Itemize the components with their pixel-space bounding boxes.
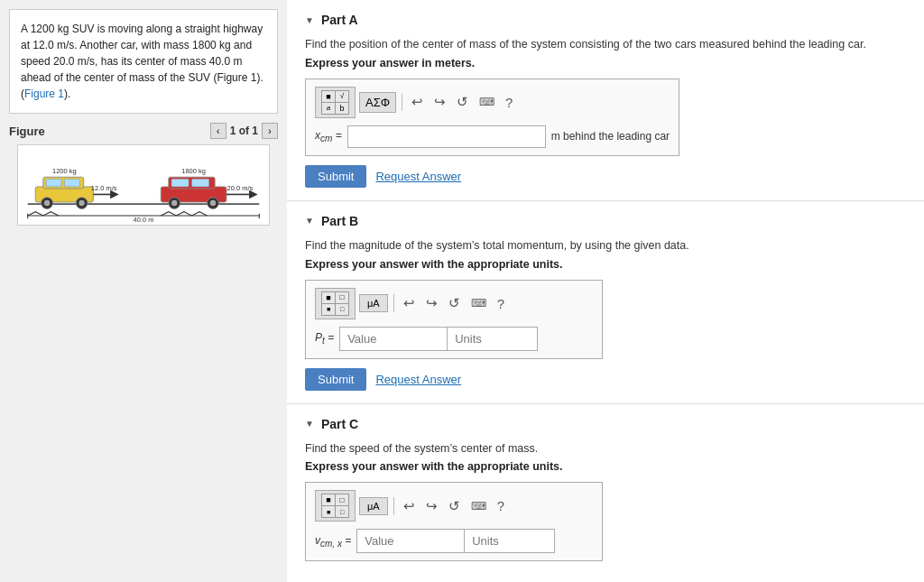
car2-group: 1800 kg 20.0 m/s (161, 167, 254, 209)
figure-image-area: 1200 kg 12.0 m/s (17, 144, 270, 226)
figure-header: Figure ‹ 1 of 1 › (9, 123, 278, 139)
part-b-actions: Submit Request Answer (305, 368, 906, 391)
figure-prev-button[interactable]: ‹ (210, 123, 226, 139)
part-a-instruction: Find the position of the center of mass … (305, 36, 906, 53)
svg-rect-3 (46, 180, 61, 188)
left-panel: A 1200 kg SUV is moving along a straight… (0, 0, 287, 582)
part-c-label: Part C (321, 417, 358, 431)
part-b-answer-row: Pt = (315, 327, 593, 351)
part-b-collapse-arrow[interactable]: ▼ (305, 216, 314, 226)
part-b-submit-button[interactable]: Submit (305, 368, 366, 391)
toolbar-separator-b1 (393, 294, 394, 312)
part-a-keyboard-button[interactable]: ⌨ (476, 94, 498, 110)
part-c-collapse-arrow[interactable]: ▼ (305, 419, 314, 429)
figure-next-button[interactable]: › (262, 123, 278, 139)
part-b-math-button[interactable]: ■ □ ■ □ (315, 288, 356, 319)
part-c-undo-button[interactable]: ↩ (400, 496, 419, 516)
part-a-help-button[interactable]: ? (502, 93, 516, 112)
figure-label: Figure (9, 125, 45, 138)
part-a-collapse-arrow[interactable]: ▼ (305, 15, 314, 25)
part-a-actions: Submit Request Answer (305, 165, 906, 188)
part-b-request-button[interactable]: Request Answer (375, 373, 461, 386)
svg-text:40.0 m: 40.0 m (134, 217, 154, 224)
part-a-express: Express your answer in meters. (305, 57, 906, 69)
part-b-instruction: Find the magnitude of the system’s total… (305, 237, 906, 254)
svg-text:1200 kg: 1200 kg (52, 167, 77, 175)
svg-text:1800 kg: 1800 kg (181, 167, 206, 175)
part-c-help-button[interactable]: ? (494, 496, 508, 515)
part-b-answer-label: Pt = (315, 331, 334, 346)
toolbar-separator-1 (402, 93, 402, 111)
part-c-header: ▼ Part C (305, 417, 906, 431)
part-a-refresh-button[interactable]: ↺ (453, 92, 472, 112)
part-b-toolbar: ■ □ ■ □ μA ↩ ↪ ↺ ⌨ ? (315, 288, 593, 319)
problem-text: A 1200 kg SUV is moving along a straight… (21, 23, 263, 84)
part-b-undo-button[interactable]: ↩ (400, 293, 419, 313)
part-a-request-button[interactable]: Request Answer (375, 170, 461, 183)
part-a-undo-button[interactable]: ↩ (408, 92, 427, 112)
part-a-toolbar: ■ √ a b ΑΣΦ ↩ ↪ ↺ ⌨ ? (315, 87, 670, 118)
part-b-express: Express your answer with the appropriate… (305, 258, 906, 271)
part-b-keyboard-button[interactable]: ⌨ (467, 295, 490, 311)
part-a-header: ▼ Part A (305, 13, 906, 27)
part-b-value-input[interactable] (339, 327, 448, 351)
part-b-symbol-button[interactable]: μA (359, 294, 388, 312)
part-b-label: Part B (321, 214, 358, 228)
svg-rect-15 (191, 180, 208, 188)
part-c-redo-button[interactable]: ↪ (422, 496, 441, 516)
part-a-answer-row: xcm = m behind the leading car (315, 125, 670, 148)
problem-text-box: A 1200 kg SUV is moving along a straight… (9, 9, 278, 114)
part-c-answer-row: vcm, x = (315, 529, 593, 553)
part-a-label: Part A (321, 13, 358, 27)
svg-point-6 (44, 200, 50, 206)
figure-nav: ‹ 1 of 1 › (210, 123, 278, 139)
part-b-section: ▼ Part B Find the magnitude of the syste… (287, 201, 924, 404)
part-a-math-button[interactable]: ■ √ a b (315, 87, 356, 118)
svg-point-8 (79, 200, 84, 206)
right-panel: ▼ Part A Find the position of the center… (287, 0, 924, 582)
svg-text:12.0 m/s: 12.0 m/s (91, 184, 117, 192)
part-c-keyboard-button[interactable]: ⌨ (467, 498, 490, 514)
svg-text:20.0 m/s: 20.0 m/s (227, 184, 254, 192)
part-c-refresh-button[interactable]: ↺ (445, 496, 464, 516)
part-c-symbol-button[interactable]: μA (359, 497, 388, 515)
part-b-input-container: ■ □ ■ □ μA ↩ ↪ ↺ ⌨ ? Pt = (305, 280, 603, 359)
part-a-section: ▼ Part A Find the position of the center… (287, 0, 924, 201)
figure-section: Figure ‹ 1 of 1 › (9, 123, 278, 226)
svg-rect-14 (171, 180, 189, 188)
part-a-symbol-button[interactable]: ΑΣΦ (359, 92, 396, 113)
part-c-toolbar: ■ □ ■ □ μA ↩ ↪ ↺ ⌨ ? (315, 490, 593, 522)
part-b-units-input[interactable] (448, 327, 538, 351)
part-c-value-input[interactable] (356, 529, 465, 553)
svg-rect-4 (64, 180, 79, 188)
part-b-refresh-button[interactable]: ↺ (445, 293, 464, 313)
toolbar-separator-c1 (393, 497, 394, 515)
svg-point-17 (171, 200, 177, 206)
part-b-help-button[interactable]: ? (494, 294, 508, 313)
part-c-section: ▼ Part C Find the speed of the system’s … (287, 404, 924, 575)
part-c-math-button[interactable]: ■ □ ■ □ (315, 490, 356, 522)
part-a-answer-input[interactable] (347, 125, 546, 148)
part-a-answer-label: xcm = (315, 129, 342, 143)
math-grid-icon: ■ √ a b (321, 90, 349, 115)
part-a-submit-button[interactable]: Submit (305, 165, 366, 188)
part-a-input-container: ■ √ a b ΑΣΦ ↩ ↪ ↺ ⌨ ? xcm = m (305, 79, 679, 156)
part-c-input-container: ■ □ ■ □ μA ↩ ↪ ↺ ⌨ ? vcm, x = (305, 482, 603, 561)
car1-group: 1200 kg 12.0 m/s (35, 167, 116, 209)
part-c-instruction: Find the speed of the system’s center of… (305, 440, 906, 457)
figure-page: 1 of 1 (230, 125, 258, 137)
part-b-redo-button[interactable]: ↪ (422, 293, 441, 313)
part-a-redo-button[interactable]: ↪ (430, 92, 449, 112)
part-c-units-input[interactable] (465, 529, 555, 553)
part-b-header: ▼ Part B (305, 214, 906, 228)
part-c-answer-label: vcm, x = (315, 534, 351, 549)
car-scene-svg: 1200 kg 12.0 m/s (18, 146, 269, 224)
part-c-express: Express your answer with the appropriate… (305, 460, 906, 473)
figure-link[interactable]: Figure 1 (24, 88, 64, 100)
part-a-answer-suffix: m behind the leading car (551, 130, 670, 143)
svg-point-19 (210, 200, 216, 206)
